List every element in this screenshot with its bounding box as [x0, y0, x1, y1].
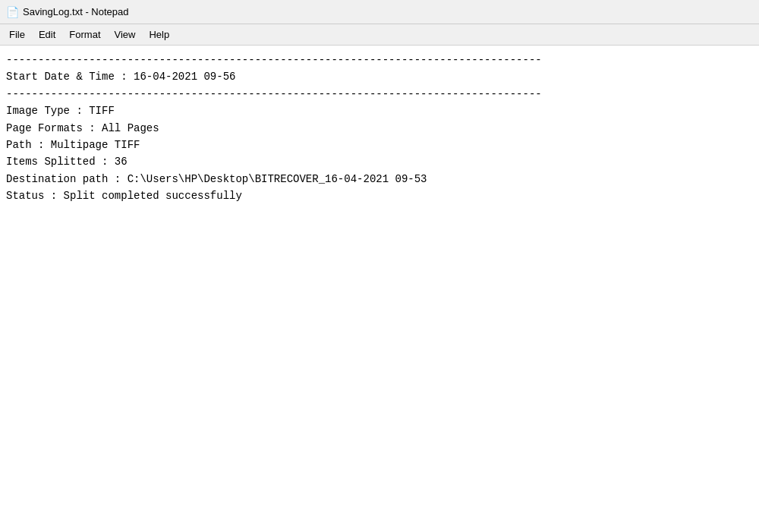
menu-file[interactable]: File [3, 27, 31, 42]
menu-help[interactable]: Help [143, 27, 175, 42]
title-bar: 📄 SavingLog.txt - Notepad [0, 0, 759, 24]
menu-bar: File Edit Format View Help [0, 24, 759, 46]
content-line3: ----------------------------------------… [6, 88, 542, 100]
content-line4: Image Type : TIFF [6, 105, 115, 117]
content-line1: ----------------------------------------… [6, 54, 542, 66]
window-title: SavingLog.txt - Notepad [23, 6, 128, 17]
content-line8: Destination path : C:\Users\HP\Desktop\B… [6, 173, 427, 185]
menu-view[interactable]: View [109, 27, 142, 42]
content-line7: Items Splitted : 36 [6, 156, 128, 168]
content-line2: Start Date & Time : 16-04-2021 09-56 [6, 71, 235, 83]
menu-format[interactable]: Format [63, 27, 106, 42]
content-line5: Page Formats : All Pages [6, 122, 159, 134]
text-content[interactable]: ----------------------------------------… [0, 46, 759, 532]
notepad-icon: 📄 [6, 6, 18, 18]
menu-edit[interactable]: Edit [33, 27, 61, 42]
content-line9: Status : Split completed successfully [6, 190, 242, 202]
content-line6: Path : Multipage TIFF [6, 139, 140, 151]
